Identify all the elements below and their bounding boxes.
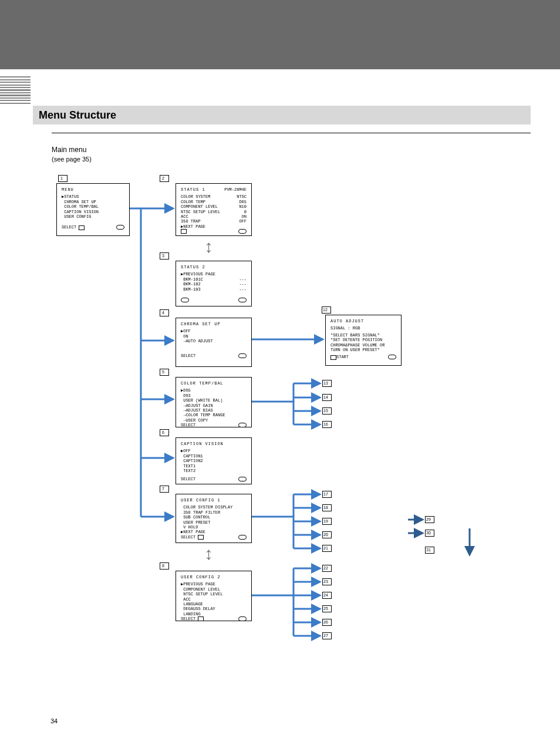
text-line: "SET DETENTE POSITION	[330, 338, 396, 342]
ref-label-6	[160, 429, 169, 436]
ref-label-8	[160, 562, 169, 570]
list-item: ON	[181, 334, 247, 339]
header-background	[0, 0, 560, 69]
list-item: USER CONFIG	[62, 214, 124, 219]
list-item: →COLOR TEMP RANGE	[181, 413, 247, 417]
main-menu-panel: MENU ▶STATUS CHROMA SET UP COLOR TEMP/BA…	[56, 183, 130, 236]
panel-footer: SELECT	[181, 477, 247, 481]
list-item: CHROMA SET UP	[62, 200, 124, 204]
table-row: NTSC SETUP LEVEL0	[181, 210, 247, 214]
list-item: 358 TRAP FILTER	[181, 510, 247, 515]
list-item: V HOLD	[181, 525, 247, 530]
list-item: ▶OFF	[181, 329, 247, 333]
list-item: ▶PREVIOUS PAGE	[181, 272, 247, 277]
panel-footer: SELECT	[181, 535, 247, 540]
list-item: CAPTION1	[181, 454, 247, 459]
subheading-2: (see page 35)	[52, 156, 92, 163]
status1-panel: STATUS 1PVM-20M4E COLOR SYSTEMNTSC COLOR…	[176, 183, 252, 236]
ref-label-2	[160, 175, 169, 182]
panel-footer: SELECT	[181, 423, 247, 427]
list-item: →AUTO ADJUST	[181, 339, 247, 343]
status2-panel: STATUS 2 ▶PREVIOUS PAGE BKM-101C--- BKM-…	[176, 261, 252, 306]
divider	[52, 133, 531, 133]
list-item: →USER COPY	[181, 418, 247, 423]
chapter-hatch	[0, 76, 31, 104]
list-item: D93	[181, 393, 247, 398]
updown-arrow-icon: ↕	[204, 237, 213, 257]
list-item: TEXT1	[181, 464, 247, 469]
list-item: TEXT2	[181, 469, 247, 473]
list-item: USER PRESET	[181, 520, 247, 525]
list-item: DEGAUSS DELAY	[181, 607, 247, 611]
list-item: →ADJUST BIAS	[181, 408, 247, 413]
table-row: COLOR TEMPD65	[181, 200, 247, 204]
table-row: COMPONENT LEVELN10	[181, 204, 247, 209]
ref-label-4	[160, 309, 169, 316]
list-item: ▶STATUS	[62, 194, 124, 199]
text-line: TURN ON USER PRESET"	[330, 348, 396, 352]
section-title: Menu Structure	[33, 106, 531, 124]
chroma-panel: CHROMA SET UP ▶OFF ON →AUTO ADJUST SELEC…	[176, 318, 252, 367]
list-item: CAPTION VISION	[62, 210, 124, 214]
ref-label-5	[160, 369, 169, 376]
list-item: CAPTION2	[181, 459, 247, 463]
panel-footer: START	[330, 355, 396, 359]
list-item: LANGUAGE	[181, 602, 247, 607]
list-item: COMPONENT LEVEL	[181, 587, 247, 592]
list-item: ▶OFF	[181, 449, 247, 453]
list-item: SUB CONTROL	[181, 515, 247, 520]
list-item: COLOR SYSTEM DISPLAY	[181, 505, 247, 510]
table-row: BKM-102---	[181, 282, 247, 287]
colortemp-panel: COLOR TEMP/BAL ▶D65 D93 USER (WHITE BAL)…	[176, 377, 252, 427]
panel-footer: SELECT	[181, 353, 247, 358]
main-menu-title: MENU	[62, 187, 124, 192]
panel-footer: ▶NEXT PAGE	[181, 224, 247, 229]
userconfig2-panel: USER CONFIG 2 ▶PREVIOUS PAGE COMPONENT L…	[176, 571, 252, 621]
list-item: NTSC SETUP LEVEL	[181, 592, 247, 597]
list-item: ▶D65	[181, 388, 247, 393]
list-item: ACC	[181, 597, 247, 602]
list-item: USER (WHITE BAL)	[181, 398, 247, 403]
userconfig1-panel: USER CONFIG 1 COLOR SYSTEM DISPLAY 358 T…	[176, 494, 252, 543]
list-item: LANDING	[181, 612, 247, 616]
table-row: BKM-103---	[181, 287, 247, 292]
updown-arrow-icon: ↕	[204, 544, 213, 564]
list-item: ▶NEXT PAGE	[181, 530, 247, 534]
text-line: "SELECT BARS SIGNAL"	[330, 333, 396, 338]
table-row: COLOR SYSTEMNTSC	[181, 194, 247, 199]
table-row: BKM-101C---	[181, 277, 247, 282]
chapter-title: Using the Menus	[35, 81, 139, 96]
list-item: COLOR TEMP/BAL	[62, 204, 124, 209]
table-row: 358 TRAPOFF	[181, 219, 247, 224]
signal-row: SIGNAL : RGB	[330, 326, 396, 331]
page-number: 34	[50, 717, 58, 725]
subheading-1: Main menu	[52, 146, 86, 154]
auto-adjust-panel: AUTO ADJUST SIGNAL : RGB "SELECT BARS SI…	[325, 315, 402, 366]
list-item: →ADJUST GAIN	[181, 403, 247, 408]
ref-label-7	[160, 486, 169, 493]
ref-label-3	[160, 252, 169, 260]
panel-footer: SELECT	[181, 616, 247, 621]
panel-footer: SELECT	[62, 225, 124, 230]
text-line: CHROMA&PHASE VOLUME OR	[330, 343, 396, 348]
ref-label-1	[58, 175, 68, 182]
table-row: ACCON	[181, 214, 247, 219]
caption-panel: CAPTION VISION ▶OFF CAPTION1 CAPTION2 TE…	[176, 437, 252, 484]
list-item: ▶PREVIOUS PAGE	[181, 582, 247, 587]
